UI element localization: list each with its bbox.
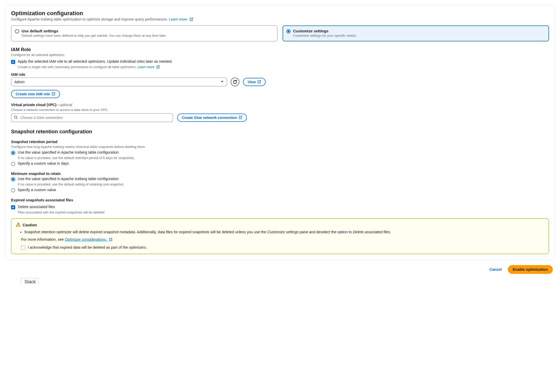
caution-bullet: Snapshot retention optimizer will delete…	[24, 229, 544, 235]
external-link-icon	[52, 92, 55, 96]
vpc-connection-input[interactable]	[11, 113, 173, 122]
snapshot-retention-heading: Snapshot retention configuration	[11, 129, 549, 135]
retention-period-opt1-label: Use the value specified in Apache Iceber…	[18, 150, 119, 154]
create-iam-role-button[interactable]: Create new IAM role	[11, 90, 60, 98]
page-subtitle-text: Configure Apache Iceberg table optimizat…	[11, 17, 168, 21]
min-snapshot-opt1-label: Use the value specified in Apache Iceber…	[18, 177, 119, 181]
refresh-button[interactable]	[231, 78, 239, 86]
default-tile-title: Use default settings	[22, 29, 167, 33]
customize-tile-sub: Customize settings for your specific nee…	[293, 34, 357, 38]
radio-selected-icon	[11, 177, 15, 181]
settings-mode-row: Use default settings Default settings ha…	[11, 25, 549, 41]
refresh-icon	[233, 80, 237, 84]
radio-unselected-icon	[15, 29, 19, 33]
min-snapshot-label: Minimum snapshot to retain	[11, 172, 549, 176]
external-link-icon	[156, 65, 160, 69]
chevron-down-icon	[221, 80, 224, 84]
caution-more-info: For more information, see Optimizer cons…	[21, 237, 544, 242]
external-link-icon	[189, 17, 193, 22]
caution-em-2: Delete associated files	[353, 230, 390, 234]
external-link-icon	[239, 116, 242, 120]
radio-selected-icon	[11, 151, 15, 155]
acknowledge-label: I acknowledge that expired data will be …	[28, 245, 147, 249]
retention-period-sub: Configure how long Apache Iceberg retain…	[11, 145, 549, 149]
retention-period-opt1-sub: If no value is provided, use the default…	[18, 156, 549, 160]
iam-learn-more-link[interactable]: Learn more	[137, 65, 160, 69]
optimizer-considerations-link[interactable]: Optimizer considerations.	[65, 237, 112, 241]
view-role-button[interactable]: View	[243, 78, 266, 86]
svg-point-1	[18, 226, 18, 226]
learn-more-label: Learn more	[169, 17, 187, 21]
vpc-label-main: Virtual private cloud (VPC) -	[11, 103, 60, 107]
caution-box: Caution Snapshot retention optimizer wil…	[11, 218, 549, 254]
retention-period-opt2-label: Specify a custom value in days	[18, 161, 69, 165]
radio-selected-icon	[286, 29, 291, 33]
apply-iam-role-checkbox[interactable]	[11, 60, 15, 64]
iam-role-field-label: IAM role	[11, 72, 549, 77]
apply-iam-role-sub-text: Create a single role with necessary perm…	[18, 65, 137, 69]
min-snapshot-option-iceberg[interactable]: Use the value specified in Apache Iceber…	[11, 177, 549, 181]
delete-associated-files-checkbox[interactable]	[11, 205, 15, 209]
radio-unselected-icon	[11, 188, 15, 192]
delete-associated-files-sub: Files associated with the expired snapsh…	[18, 210, 549, 214]
create-glue-connection-button[interactable]: Create Glue network connection	[177, 114, 247, 122]
vpc-label-optional: optional	[60, 103, 72, 107]
page-subtitle: Configure Apache Iceberg table optimizat…	[11, 17, 549, 22]
external-link-icon	[257, 80, 261, 84]
customize-settings-tile[interactable]: Customize settings Customize settings fo…	[283, 25, 549, 41]
caution-more-pre: For more information, see	[21, 237, 65, 241]
vpc-sub: Choose a network connection to access a …	[11, 108, 549, 112]
vpc-label: Virtual private cloud (VPC) - optional	[11, 103, 549, 107]
cancel-button[interactable]: Cancel	[487, 265, 504, 274]
retention-period-label: Snapshot retention period	[11, 140, 549, 144]
retention-period-option-iceberg[interactable]: Use the value specified in Apache Iceber…	[11, 150, 549, 155]
svg-point-0	[14, 116, 17, 118]
apply-iam-role-sub: Create a single role with necessary perm…	[18, 65, 549, 69]
caution-em-1: Customize settings	[267, 230, 299, 234]
caution-text-3: .	[390, 230, 391, 234]
optimization-config-panel: Optimization configuration Configure Apa…	[5, 5, 555, 260]
apply-iam-role-label: Apply the selected IAM role to all selec…	[18, 59, 173, 63]
customize-tile-title: Customize settings	[293, 29, 357, 33]
iam-role-select[interactable]: Admin	[11, 78, 227, 86]
create-glue-connection-label: Create Glue network connection	[182, 116, 237, 120]
iam-role-selected-value: Admin	[14, 80, 25, 84]
radio-unselected-icon	[11, 162, 15, 166]
caution-title: Caution	[23, 223, 37, 227]
enable-optimization-button[interactable]: Enable optimization	[508, 265, 553, 274]
acknowledge-checkbox[interactable]	[21, 246, 25, 250]
footer-actions: Cancel Enable optimization	[5, 260, 555, 275]
page-title: Optimization configuration	[11, 10, 549, 17]
caution-text-2: pane and deselect the option to	[299, 230, 353, 234]
delete-associated-files-label: Delete associated files	[18, 205, 55, 209]
caution-text-1: Snapshot retention optimizer will delete…	[24, 230, 267, 234]
iam-learn-more-label: Learn more	[137, 65, 154, 69]
warning-icon	[16, 222, 21, 228]
learn-more-link[interactable]: Learn more	[169, 17, 193, 21]
retention-period-option-custom[interactable]: Specify a custom value in days	[11, 161, 549, 166]
search-icon	[14, 115, 18, 120]
optimizer-considerations-label: Optimizer considerations.	[65, 237, 107, 241]
iam-role-heading: IAM Role	[11, 47, 549, 52]
min-snapshot-opt1-sub: If no value is provided, use the default…	[18, 182, 549, 186]
min-snapshot-option-custom[interactable]: Specify a custom value	[11, 188, 549, 192]
default-tile-sub: Default settings have been defined to he…	[22, 34, 167, 38]
use-default-settings-tile[interactable]: Use default settings Default settings ha…	[11, 25, 277, 41]
expired-snapshots-label: Expired snapshots associated files	[11, 198, 549, 202]
view-role-label: View	[248, 80, 256, 84]
slack-stub: Slack	[21, 278, 39, 285]
iam-role-heading-sub: Configure for all selected optimizers.	[11, 53, 549, 57]
external-link-icon	[109, 238, 112, 242]
min-snapshot-opt2-label: Specify a custom value	[18, 188, 56, 192]
create-iam-role-label: Create new IAM role	[16, 92, 50, 96]
vpc-connection-field[interactable]	[20, 115, 170, 120]
